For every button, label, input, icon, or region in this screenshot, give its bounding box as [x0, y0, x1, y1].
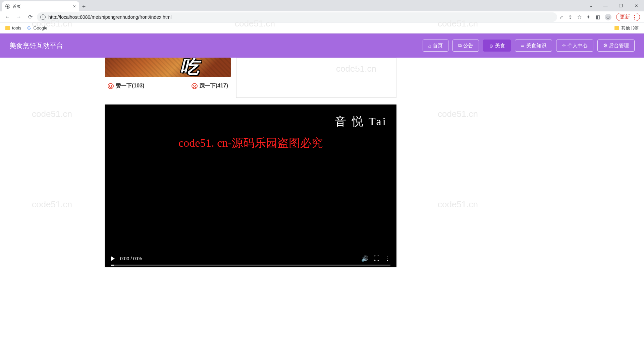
menu-dots-icon: ⋮: [632, 14, 636, 20]
window-close-icon[interactable]: ✕: [629, 0, 644, 11]
tab-close-icon[interactable]: ×: [73, 4, 76, 9]
zoom-icon[interactable]: ⤢: [559, 14, 564, 20]
bookmark-tools[interactable]: tools: [5, 25, 21, 30]
video-progress[interactable]: [111, 265, 390, 266]
video-player[interactable]: 音 悦 Tai code51. cn-源码乐园盗图必究 0:00 / 0:05 …: [105, 105, 396, 267]
nav-profile[interactable]: ✧个人中心: [556, 40, 593, 52]
url-box[interactable]: i http://localhost:8080/meishipengrenhud…: [37, 12, 557, 22]
sad-icon: [192, 83, 198, 89]
like-button[interactable]: 赞一下(103): [108, 82, 144, 89]
food-image[interactable]: 吃: [105, 58, 231, 77]
user-icon: ✧: [562, 43, 566, 49]
extensions-icon[interactable]: ✦: [586, 14, 591, 20]
folder-icon: [614, 26, 619, 30]
new-tab-button[interactable]: +: [79, 2, 89, 11]
globe-icon: ◉: [5, 4, 10, 9]
tab-title: 首页: [13, 4, 21, 9]
announce-icon: ⧉: [458, 43, 462, 49]
nav-admin[interactable]: ⚙后台管理: [597, 40, 635, 52]
video-time: 0:00 / 0:05: [120, 256, 142, 261]
dislike-label: 踩一下(417): [200, 82, 228, 89]
play-icon[interactable]: [111, 256, 115, 261]
bookmark-google[interactable]: G Google: [26, 25, 47, 30]
bookmark-star-icon[interactable]: ☆: [577, 14, 582, 20]
food-icon: ☺: [489, 43, 494, 49]
like-label: 赞一下(103): [116, 82, 144, 89]
food-card: 吃 赞一下(103) 踩一下(417): [105, 58, 231, 89]
url-text: http://localhost:8080/meishipengrenhudon…: [48, 14, 171, 20]
window-minimize-icon[interactable]: —: [598, 0, 613, 11]
list-icon: ≣: [521, 43, 525, 49]
video-menu-icon[interactable]: ⋮: [385, 255, 390, 262]
fullscreen-icon[interactable]: ⛶: [374, 255, 379, 262]
nav-back-button[interactable]: ←: [3, 12, 12, 22]
site-brand: 美食烹饪互动平台: [9, 41, 63, 50]
nav-announce[interactable]: ⧉公告: [452, 40, 479, 52]
window-maximize-icon[interactable]: ❐: [613, 0, 629, 11]
home-icon: ⌂: [428, 43, 431, 49]
address-bar: ← → ⟳ i http://localhost:8080/meishipeng…: [0, 11, 644, 23]
browser-tabstrip: ◉ 首页 × + ⌄ — ❐ ✕: [0, 0, 644, 11]
site-info-icon[interactable]: i: [40, 14, 46, 20]
nav-forward-button[interactable]: →: [14, 12, 23, 22]
browser-update-button[interactable]: 更新 ⋮: [616, 13, 640, 21]
nav-food[interactable]: ☺美食: [483, 40, 511, 52]
gear-icon: ⚙: [603, 43, 607, 49]
divider: [609, 25, 609, 31]
browser-tab[interactable]: ◉ 首页 ×: [2, 1, 79, 11]
dislike-button[interactable]: 踩一下(417): [192, 82, 228, 89]
profile-avatar-icon[interactable]: ☺: [605, 14, 611, 20]
nav-reload-button[interactable]: ⟳: [25, 12, 35, 22]
side-panel-icon[interactable]: ◧: [595, 14, 600, 20]
update-label: 更新: [620, 14, 630, 20]
bookmark-other[interactable]: 其他书签: [614, 25, 639, 31]
share-icon[interactable]: ⇪: [568, 14, 573, 20]
video-center-watermark: code51. cn-源码乐园盗图必究: [105, 135, 396, 151]
smile-icon: [108, 83, 114, 89]
nav-home[interactable]: ⌂首页: [423, 40, 448, 52]
food-image-text: 吃: [180, 58, 199, 77]
page-navbar: 美食烹饪互动平台 ⌂首页 ⧉公告 ☺美食 ≣美食知识 ✧个人中心 ⚙后台管理: [0, 33, 644, 58]
tabs-dropdown-icon[interactable]: ⌄: [584, 0, 598, 11]
google-icon: G: [26, 26, 31, 30]
nav-knowledge[interactable]: ≣美食知识: [515, 40, 552, 52]
bookmarks-bar: tools G Google 其他书签: [0, 23, 644, 33]
volume-icon[interactable]: 🔊: [361, 255, 368, 262]
side-empty-panel: [236, 58, 396, 98]
folder-icon: [5, 26, 10, 30]
video-channel-logo: 音 悦 Tai: [335, 114, 387, 129]
